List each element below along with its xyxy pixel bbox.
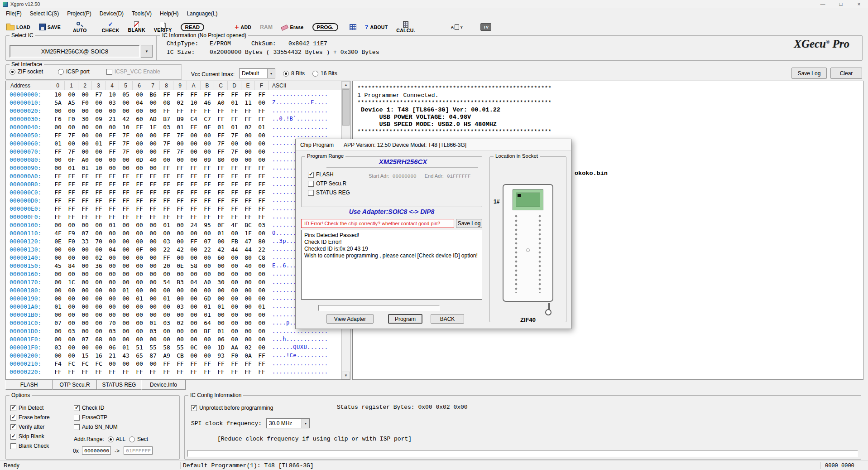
checkbox-blank-check[interactable]: Blank Check (10, 443, 50, 449)
hex-byte[interactable]: 65 (133, 352, 146, 359)
hex-byte[interactable]: 00 (173, 287, 187, 294)
hex-byte[interactable]: FF (214, 165, 228, 171)
hex-byte[interactable]: FF (133, 213, 146, 220)
hex-ascii[interactable]: ................ (272, 107, 328, 114)
hex-byte[interactable]: FF (78, 197, 92, 204)
checkbox-pin-detect[interactable]: Pin Detect (10, 405, 50, 411)
hex-ascii[interactable]: ................ (272, 360, 328, 367)
hex-byte[interactable]: 00 (201, 287, 214, 294)
hex-byte[interactable]: FF (214, 181, 228, 188)
hex-byte[interactable]: 00 (92, 311, 106, 318)
hex-byte[interactable]: 00 (214, 311, 228, 318)
hex-byte[interactable]: 00 (241, 271, 255, 277)
hex-byte[interactable]: 22 (160, 246, 173, 253)
hex-ascii[interactable]: ................ (272, 124, 328, 130)
hex-byte[interactable]: 00 (201, 140, 214, 147)
menu-item-select-ic-s[interactable]: Select IC(S) (26, 9, 63, 18)
hex-byte[interactable]: 00 (255, 262, 269, 269)
hex-ascii[interactable]: ................ (272, 368, 328, 375)
hex-byte[interactable]: 00 (51, 222, 65, 228)
hex-byte[interactable]: 00 (241, 279, 255, 286)
hex-byte[interactable]: 00 (65, 91, 78, 98)
hex-byte[interactable]: AD (146, 116, 160, 122)
hex-byte[interactable]: 00 (241, 156, 255, 163)
hex-byte[interactable]: 60 (214, 254, 228, 261)
hex-byte[interactable]: 00 (201, 132, 214, 139)
hex-byte[interactable]: 00 (65, 311, 78, 318)
hex-byte[interactable]: FF (160, 181, 173, 188)
hex-byte[interactable]: FF (106, 173, 119, 179)
hex-byte[interactable]: 7F (214, 140, 228, 147)
hex-byte[interactable]: 00 (78, 246, 92, 253)
hex-byte[interactable]: 00 (133, 262, 146, 269)
hex-byte[interactable]: 00 (146, 311, 160, 318)
hex-byte[interactable]: FF (241, 107, 255, 114)
hex-byte[interactable]: FF (146, 213, 160, 220)
hex-byte[interactable]: 00 (214, 271, 228, 277)
hex-byte[interactable]: 00 (187, 287, 201, 294)
hex-byte[interactable]: 00 (241, 336, 255, 343)
hex-byte[interactable]: FF (241, 197, 255, 204)
hex-byte[interactable]: FC (65, 360, 78, 367)
hex-byte[interactable]: 00 (106, 230, 119, 237)
hex-byte[interactable]: FF (187, 107, 201, 114)
hex-byte[interactable]: 7F (119, 148, 133, 155)
hex-byte[interactable]: 00 (92, 344, 106, 351)
hex-byte[interactable]: FF (78, 205, 92, 212)
hex-byte[interactable]: FF (187, 91, 201, 98)
hex-byte[interactable]: 01 (201, 303, 214, 310)
hex-byte[interactable]: C7 (201, 116, 214, 122)
hex-byte[interactable]: FF (146, 181, 160, 188)
hex-byte[interactable]: FF (255, 165, 269, 171)
hex-byte[interactable]: 00 (92, 279, 106, 286)
hex-byte[interactable]: 4F (51, 230, 65, 237)
hex-byte[interactable]: FF (228, 197, 241, 204)
hex-byte[interactable]: FF (187, 205, 201, 212)
hex-byte[interactable]: 00 (65, 344, 78, 351)
hex-byte[interactable]: 00 (146, 107, 160, 114)
hex-byte[interactable]: 7F (173, 148, 187, 155)
hex-byte[interactable]: 00 (65, 336, 78, 343)
hex-byte[interactable]: FF (92, 213, 106, 220)
hex-byte[interactable]: 00 (65, 124, 78, 131)
radio-addr-sect[interactable]: Sect (129, 436, 148, 442)
hex-byte[interactable]: B3 (173, 279, 187, 286)
hex-byte[interactable]: 00 (187, 295, 201, 302)
hex-byte[interactable]: 00 (146, 140, 160, 147)
hex-byte[interactable]: 10 (106, 91, 119, 98)
checkbox-erase-before[interactable]: Erase before (10, 414, 50, 421)
program-button[interactable]: Program (388, 314, 422, 324)
hex-byte[interactable]: 1C (65, 279, 78, 286)
hex-byte[interactable]: FF (187, 368, 201, 375)
hex-byte[interactable]: 04 (133, 99, 146, 106)
hex-byte[interactable]: 00 (92, 230, 106, 237)
hex-byte[interactable]: 00 (255, 295, 269, 302)
hex-byte[interactable]: 00 (106, 295, 119, 302)
auto-button[interactable]: AUTO (71, 21, 89, 34)
radio-16-bits[interactable]: 16 Bits (312, 70, 337, 77)
hex-byte[interactable]: 0D (133, 156, 146, 163)
hex-byte[interactable]: 00 (78, 91, 92, 98)
hex-byte[interactable]: 03 (51, 344, 65, 351)
hex-byte[interactable]: 00 (201, 344, 214, 351)
hex-byte[interactable]: 00 (51, 295, 65, 302)
hex-byte[interactable]: 00 (214, 295, 228, 302)
blank-button[interactable]: BLANK (126, 21, 147, 33)
minimize-button[interactable]: — (814, 0, 832, 8)
hex-byte[interactable]: 00 (119, 107, 133, 114)
hex-byte[interactable]: 00 (187, 328, 201, 334)
hex-byte[interactable]: FF (133, 124, 146, 131)
hex-byte[interactable]: 00 (214, 320, 228, 326)
hex-byte[interactable]: F9 (65, 230, 78, 237)
hex-byte[interactable]: 00 (255, 311, 269, 318)
hex-byte[interactable]: FF (214, 205, 228, 212)
hex-byte[interactable]: CB (173, 352, 187, 359)
hex-byte[interactable]: 00 (201, 271, 214, 277)
hex-byte[interactable]: 01 (65, 165, 78, 171)
hex-byte[interactable]: 00 (146, 165, 160, 171)
hex-byte[interactable]: FF (228, 213, 241, 220)
hex-byte[interactable]: 01 (173, 124, 187, 131)
hex-byte[interactable]: FF (255, 189, 269, 196)
hex-byte[interactable]: FF (160, 213, 173, 220)
hex-byte[interactable]: 00 (65, 295, 78, 302)
